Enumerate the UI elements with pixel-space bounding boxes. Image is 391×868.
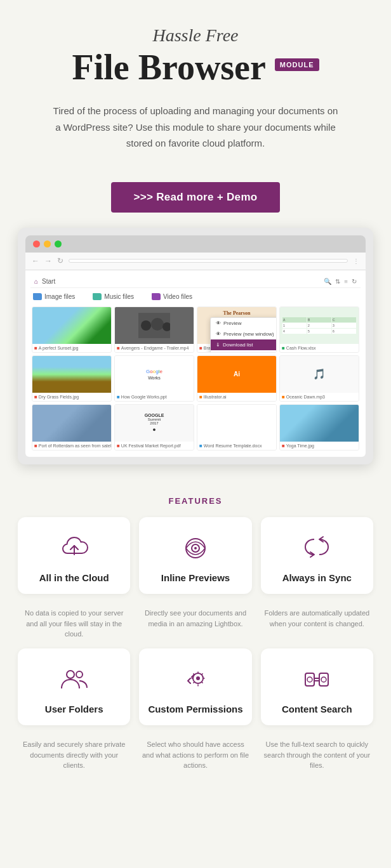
- folder-tab-images[interactable]: Image files: [33, 293, 75, 300]
- file-label: ■ Port of Rotterdam as seen from satelli…: [32, 442, 111, 450]
- svg-point-2: [151, 318, 164, 331]
- file-type-dot: ■: [34, 394, 37, 400]
- file-type-dot: ■: [282, 345, 285, 351]
- file-item[interactable]: ■ Avengers - Endgame - Trailer.mp4: [114, 306, 194, 353]
- file-item[interactable]: ABC 123 456 ■ Cash Flow.xlsx: [279, 306, 359, 353]
- ctx-download-list[interactable]: ⇓ Download list: [211, 339, 277, 350]
- feature-title-folders: User Folders: [25, 703, 123, 716]
- more-options-icon[interactable]: ⋮: [353, 258, 359, 265]
- file-thumbnail: [32, 405, 111, 442]
- module-badge: MODULE: [275, 58, 319, 71]
- file-grid: ■ A perfect Sunset.jpg ■: [30, 305, 361, 452]
- feature-title-permissions: Custom Permissions: [147, 703, 244, 716]
- file-item[interactable]: Ai ■ Illustrator.ai: [197, 355, 277, 402]
- browser-wrapper: ← → ↻ ⋮ ⌂ Start 🔍 ⇅ ≡ ↻: [0, 228, 391, 483]
- file-type-dot: ■: [117, 345, 120, 351]
- home-icon: ⌂: [34, 278, 38, 285]
- ctx-preview[interactable]: 👁 Preview: [211, 318, 277, 329]
- feature-desc-search: Use the full-text search to quickly sear…: [261, 739, 373, 771]
- preview-icon: 👁: [216, 320, 221, 326]
- folder-tabs: Image files Music files Video files: [30, 293, 361, 300]
- search-icon[interactable]: 🔍: [324, 278, 331, 285]
- svg-point-9: [76, 671, 83, 678]
- file-item[interactable]: GOOGLE Summit 2017 ● ■ UK Festival Marke…: [114, 404, 194, 450]
- subtitle-text: Tired of the process of uploading and ma…: [50, 103, 341, 152]
- file-label: ■ A perfect Sunset.jpg: [32, 344, 111, 352]
- file-label: ■ Cash Flow.xlsx: [280, 344, 359, 352]
- svg-point-11: [196, 676, 200, 680]
- feature-card-permissions: Custom Permissions: [139, 648, 251, 726]
- list-icon[interactable]: ≡: [344, 278, 348, 285]
- folder-video-label: Video files: [163, 293, 192, 300]
- breadcrumb-left: ⌂ Start: [34, 278, 55, 285]
- feature-card-cloud: All in the Cloud: [18, 517, 130, 595]
- file-type-dot: ■: [117, 394, 120, 400]
- ctx-share[interactable]: ↻ Share: [211, 350, 277, 353]
- url-bar[interactable]: [69, 259, 348, 263]
- file-item[interactable]: ■ Yoga Time.jpg: [279, 404, 359, 450]
- file-type-dot: ■: [282, 443, 285, 449]
- folder-images-label: Image files: [44, 293, 75, 300]
- features-grid-row2: User Folders Cu: [18, 648, 373, 726]
- folder-tab-video[interactable]: Video files: [152, 293, 192, 300]
- read-more-demo-button[interactable]: >>> Read more + Demo: [111, 182, 281, 213]
- ctx-preview-new[interactable]: 👁 Preview (new window): [211, 329, 277, 339]
- feature-title-sync: Always in Sync: [268, 572, 366, 584]
- file-item[interactable]: ■ Dry Grass Fields.jpg: [32, 355, 112, 402]
- preview-icon: [176, 532, 215, 564]
- feature-desc-cloud: No data is copied to your server and all…: [18, 608, 130, 640]
- file-thumbnail: [115, 307, 194, 344]
- feature-card-previews: Inline Previews: [139, 517, 251, 595]
- svg-point-7: [194, 547, 197, 549]
- file-type-dot: ■: [34, 345, 37, 351]
- feature-card-sync: Always in Sync: [261, 517, 373, 595]
- sync-icon: [298, 532, 336, 564]
- download-list-icon: ⇓: [216, 342, 220, 348]
- file-item[interactable]: ■ Port of Rotterdam as seen from satelli…: [32, 404, 112, 450]
- folder-tab-music[interactable]: Music files: [93, 293, 134, 300]
- browser-breadcrumb: ⌂ Start 🔍 ⇅ ≡ ↻: [30, 275, 361, 288]
- browser-mock: ← → ↻ ⋮ ⌂ Start 🔍 ⇅ ≡ ↻: [18, 228, 373, 464]
- feature-descriptions-row1: No data is copied to your server and all…: [18, 603, 373, 640]
- file-type-dot: ■: [199, 394, 202, 400]
- sort-icon[interactable]: ⇅: [335, 278, 340, 285]
- feature-card-folders: User Folders: [18, 648, 130, 726]
- file-item[interactable]: Google Works ■ How Google Works.ppt: [114, 355, 194, 402]
- reload-button[interactable]: ↻: [57, 256, 63, 266]
- svg-point-16: [307, 677, 312, 682]
- breadcrumb-icons: 🔍 ⇅ ≡ ↻: [324, 278, 357, 285]
- dot-green[interactable]: [55, 240, 62, 247]
- file-label: ■ How Google Works.ppt: [115, 393, 194, 401]
- dot-yellow[interactable]: [44, 240, 51, 247]
- file-thumbnail: [32, 356, 111, 393]
- file-type-dot: ■: [34, 443, 37, 449]
- permissions-icon: [176, 664, 215, 695]
- dot-red[interactable]: [33, 240, 40, 247]
- feature-card-search: Content Search: [261, 648, 373, 726]
- features-label: FEATURES: [18, 496, 373, 506]
- file-label: ■ Avengers - Endgame - Trailer.mp4: [115, 344, 194, 352]
- header-section: Hassle Free File Browser MODULE Tired of…: [0, 0, 391, 164]
- browser-titlebar: [25, 235, 366, 253]
- file-item[interactable]: ■ Word Resume Template.docx: [197, 404, 277, 450]
- file-thumbnail: 🎵: [280, 356, 359, 393]
- breadcrumb-text: Start: [42, 278, 55, 285]
- content-search-icon: [298, 664, 336, 695]
- file-label: ■ Illustrator.ai: [197, 393, 276, 401]
- feature-title-previews: Inline Previews: [147, 572, 244, 584]
- features-section: FEATURES All in the Cloud: [0, 483, 391, 796]
- folder-music-label: Music files: [104, 293, 134, 300]
- feature-title-search: Content Search: [268, 703, 366, 716]
- file-item[interactable]: ■ A perfect Sunset.jpg: [32, 306, 112, 353]
- feature-descriptions-row2: Easily and securely share private docume…: [18, 734, 373, 771]
- hassle-free-text: Hassle Free: [38, 25, 353, 46]
- file-label: ■ Oceanic Dawn.mp3: [280, 393, 359, 401]
- file-thumbnail: ABC 123 456: [280, 307, 359, 344]
- refresh-icon[interactable]: ↻: [352, 278, 357, 285]
- file-item-context[interactable]: The Pearson brand guidelines ■ Brand gui…: [197, 306, 277, 353]
- forward-arrow[interactable]: →: [44, 256, 52, 266]
- file-item[interactable]: 🎵 ■ Oceanic Dawn.mp3: [279, 355, 359, 402]
- browser-content: ⌂ Start 🔍 ⇅ ≡ ↻ Image files Mus: [25, 270, 366, 457]
- back-arrow[interactable]: ←: [32, 256, 39, 266]
- svg-point-8: [67, 671, 74, 678]
